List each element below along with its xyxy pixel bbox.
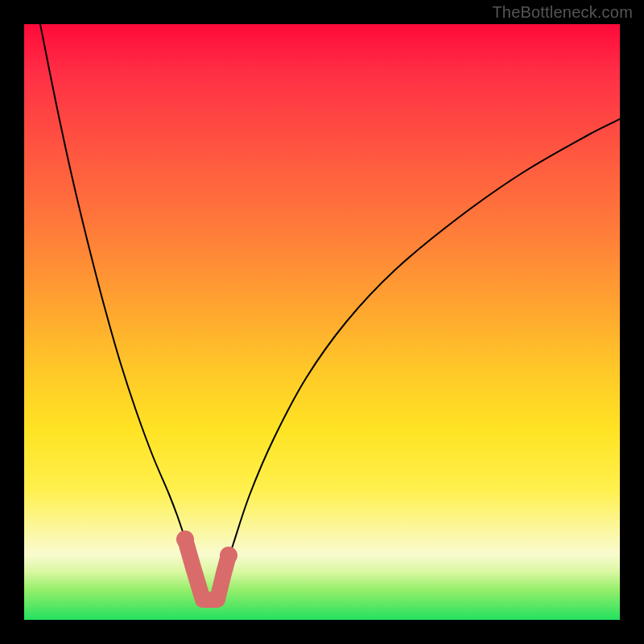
svg-point-1 xyxy=(220,547,237,564)
chart-frame: TheBottleneck.com xyxy=(0,0,644,644)
svg-point-0 xyxy=(176,530,194,548)
watermark-text: TheBottleneck.com xyxy=(492,3,633,22)
minimum-marker xyxy=(24,24,620,620)
plot-area xyxy=(24,24,620,620)
